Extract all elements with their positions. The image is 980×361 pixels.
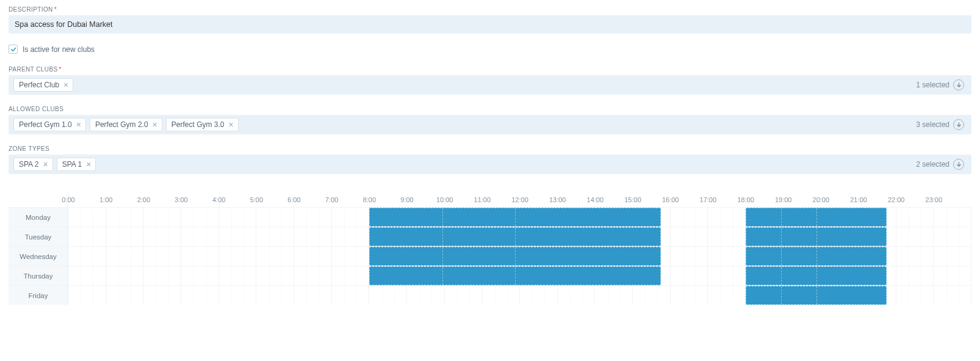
hour-cell[interactable] xyxy=(671,286,708,305)
description-input[interactable] xyxy=(9,15,971,34)
hour-cell[interactable] xyxy=(332,208,370,227)
hour-cell[interactable] xyxy=(934,227,971,246)
hour-cell[interactable] xyxy=(671,208,708,227)
hour-cell[interactable] xyxy=(445,286,483,305)
hour-cell[interactable] xyxy=(143,266,181,285)
hour-cell[interactable] xyxy=(332,266,370,285)
time-block[interactable] xyxy=(369,208,661,227)
hour-cell[interactable] xyxy=(106,227,144,246)
hour-cell[interactable] xyxy=(181,208,219,227)
hour-cell[interactable] xyxy=(558,286,596,305)
selected-count: 1 selected xyxy=(916,81,949,89)
hour-cell[interactable] xyxy=(671,227,708,246)
hour-cell[interactable] xyxy=(896,266,934,285)
hour-cell[interactable] xyxy=(708,208,746,227)
hour-cell[interactable] xyxy=(369,286,407,305)
hour-cell[interactable] xyxy=(181,286,219,305)
day-cells[interactable] xyxy=(68,208,971,227)
hour-cell[interactable] xyxy=(219,247,257,266)
time-block[interactable] xyxy=(746,266,887,285)
hour-cell[interactable] xyxy=(934,266,971,285)
hour-cell[interactable] xyxy=(181,227,219,246)
hour-cell[interactable] xyxy=(708,266,746,285)
time-block[interactable] xyxy=(369,227,661,246)
remove-chip-icon[interactable]: × xyxy=(85,160,92,169)
hour-cell[interactable] xyxy=(143,247,181,266)
remove-chip-icon[interactable]: × xyxy=(63,81,69,89)
day-cells[interactable] xyxy=(68,286,971,305)
hour-label: 19:00 xyxy=(765,192,802,207)
hour-cell[interactable] xyxy=(294,227,332,246)
day-cells[interactable] xyxy=(68,227,971,246)
hour-cell[interactable] xyxy=(256,266,294,285)
zone-types-select[interactable]: SPA 2×SPA 1×2 selected xyxy=(9,155,971,174)
hour-cell[interactable] xyxy=(708,227,746,246)
hour-cell[interactable] xyxy=(896,227,934,246)
hour-cell[interactable] xyxy=(106,247,144,266)
hour-cell[interactable] xyxy=(294,247,332,266)
hour-cell[interactable] xyxy=(68,266,106,285)
time-block[interactable] xyxy=(746,208,887,227)
expand-dropdown-button[interactable] xyxy=(953,79,964,90)
hour-cell[interactable] xyxy=(934,208,971,227)
hour-cell[interactable] xyxy=(633,286,671,305)
hour-cell[interactable] xyxy=(332,227,370,246)
hour-cell[interactable] xyxy=(219,286,257,305)
hour-cell[interactable] xyxy=(68,247,106,266)
hour-cell[interactable] xyxy=(256,247,294,266)
hour-cell[interactable] xyxy=(256,227,294,246)
remove-chip-icon[interactable]: × xyxy=(152,120,158,129)
hour-cell[interactable] xyxy=(68,208,106,227)
hour-cell[interactable] xyxy=(143,227,181,246)
remove-chip-icon[interactable]: × xyxy=(42,160,48,169)
hour-cell[interactable] xyxy=(482,286,520,305)
hour-cell[interactable] xyxy=(219,227,257,246)
hour-cell[interactable] xyxy=(332,286,370,305)
time-block[interactable] xyxy=(746,286,887,305)
time-block[interactable] xyxy=(369,266,661,285)
hour-cell[interactable] xyxy=(68,227,106,246)
hour-cell[interactable] xyxy=(181,266,219,285)
hour-cell[interactable] xyxy=(671,247,708,266)
hour-cell[interactable] xyxy=(181,247,219,266)
hour-cell[interactable] xyxy=(294,286,332,305)
hour-cell[interactable] xyxy=(219,208,257,227)
hour-cell[interactable] xyxy=(896,286,934,305)
hour-cell[interactable] xyxy=(143,208,181,227)
expand-dropdown-button[interactable] xyxy=(953,159,964,170)
hour-cell[interactable] xyxy=(294,266,332,285)
hour-cell[interactable] xyxy=(68,286,106,305)
hour-cell[interactable] xyxy=(106,266,144,285)
hour-cell[interactable] xyxy=(595,286,633,305)
hour-cell[interactable] xyxy=(520,286,558,305)
day-cells[interactable] xyxy=(68,266,971,285)
allowed-clubs-select[interactable]: Perfect Gym 1.0×Perfect Gym 2.0×Perfect … xyxy=(9,115,971,134)
time-block[interactable] xyxy=(369,247,661,266)
parent-clubs-select[interactable]: Perfect Club×1 selected xyxy=(9,75,971,95)
hour-cell[interactable] xyxy=(934,286,971,305)
selected-count: 3 selected xyxy=(916,120,949,129)
hour-cell[interactable] xyxy=(143,286,181,305)
hour-cell[interactable] xyxy=(106,208,144,227)
hour-cell[interactable] xyxy=(106,286,144,305)
expand-dropdown-button[interactable] xyxy=(953,119,964,130)
chip-label: SPA 2 xyxy=(19,160,38,169)
hour-cell[interactable] xyxy=(256,286,294,305)
active-checkbox[interactable] xyxy=(9,45,18,54)
time-block[interactable] xyxy=(746,227,887,246)
hour-cell[interactable] xyxy=(332,247,370,266)
hour-cell[interactable] xyxy=(256,208,294,227)
hour-cell[interactable] xyxy=(708,247,746,266)
hour-cell[interactable] xyxy=(896,208,934,227)
hour-cell[interactable] xyxy=(294,208,332,227)
hour-cell[interactable] xyxy=(219,266,257,285)
hour-cell[interactable] xyxy=(671,266,708,285)
hour-cell[interactable] xyxy=(708,286,746,305)
hour-cell[interactable] xyxy=(407,286,445,305)
time-block[interactable] xyxy=(746,247,887,266)
day-cells[interactable] xyxy=(68,247,971,266)
remove-chip-icon[interactable]: × xyxy=(76,120,82,129)
remove-chip-icon[interactable]: × xyxy=(228,120,234,129)
hour-cell[interactable] xyxy=(934,247,971,266)
hour-cell[interactable] xyxy=(896,247,934,266)
